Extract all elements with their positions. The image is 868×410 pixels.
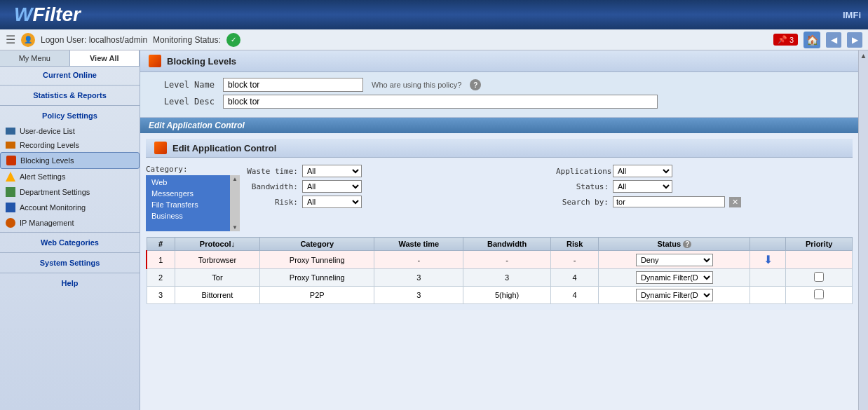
bandwidth-select[interactable]: All bbox=[302, 180, 362, 193]
level-desc-input[interactable] bbox=[223, 95, 658, 109]
row-priority-cell bbox=[786, 287, 853, 304]
category-scrollbar[interactable]: ▲ ▼ bbox=[230, 175, 240, 231]
applications-filter: Applications: All bbox=[556, 165, 853, 177]
row-protocol: Bittorrent bbox=[175, 287, 259, 304]
row-move-cell bbox=[750, 269, 786, 287]
sidebar-item-department[interactable]: Department Settings bbox=[0, 184, 140, 200]
risk-label: Risk: bbox=[245, 198, 298, 207]
sidebar-item-recording[interactable]: Recording Levels bbox=[0, 138, 140, 152]
logon-user-text: Logon User: localhost/admin bbox=[41, 35, 147, 45]
sidebar-section-web[interactable]: Web Categories bbox=[0, 234, 140, 251]
sidebar-item-label: Recording Levels bbox=[20, 141, 79, 149]
clear-search-button[interactable]: ✕ bbox=[729, 197, 741, 207]
row-status-select[interactable]: Dynamic Filter(D Deny Allow bbox=[636, 289, 713, 301]
back-button[interactable]: ◀ bbox=[826, 32, 841, 48]
recording-icon bbox=[6, 142, 15, 149]
sidebar-tabs: My Menu View All bbox=[0, 50, 140, 67]
level-desc-label: Level Desc bbox=[151, 97, 215, 107]
waste-time-select[interactable]: All bbox=[302, 165, 362, 177]
eac-panel-title: Edit Application Control bbox=[172, 143, 276, 153]
row-protocol: Tor bbox=[175, 269, 259, 287]
category-listbox[interactable]: Web Messengers File Transfers Business bbox=[146, 175, 230, 231]
sidebar: My Menu View All Current Online Statisti… bbox=[0, 50, 140, 410]
priority-checkbox[interactable] bbox=[814, 272, 824, 282]
forward-button[interactable]: ▶ bbox=[847, 32, 862, 48]
form-section: Level Name Who are using this policy? ? … bbox=[140, 72, 858, 118]
right-panel: ▲ bbox=[858, 50, 868, 410]
blocking-icon bbox=[6, 156, 16, 165]
row-protocol: Torbrowser bbox=[175, 251, 259, 269]
row-waste-time: - bbox=[374, 251, 463, 269]
header-right: IMFi bbox=[843, 10, 861, 20]
level-name-input[interactable] bbox=[223, 78, 363, 92]
eac-panel-header: Edit Application Control bbox=[146, 139, 853, 158]
sidebar-item-user-device[interactable]: User-device List bbox=[0, 124, 140, 138]
col-num: # bbox=[147, 238, 175, 251]
risk-select[interactable]: All bbox=[302, 196, 362, 208]
sidebar-item-label: Blocking Levels bbox=[20, 156, 74, 165]
status-label: Status: bbox=[556, 182, 609, 191]
content-area: Blocking Levels Level Name Who are using… bbox=[140, 50, 858, 410]
row-risk: 4 bbox=[550, 287, 598, 304]
sidebar-section-statistics[interactable]: Statistics & Reports bbox=[0, 87, 140, 104]
tab-viewall[interactable]: View All bbox=[70, 50, 140, 66]
row-priority-cell bbox=[786, 251, 853, 269]
applications-label: Applications: bbox=[556, 167, 609, 176]
category-item-business[interactable]: Business bbox=[147, 210, 229, 221]
move-down-button[interactable]: ⬇ bbox=[764, 253, 773, 266]
priority-checkbox[interactable] bbox=[814, 289, 824, 299]
app-header: WFilter IMFi bbox=[0, 0, 868, 29]
category-item-filetransfers[interactable]: File Transfers bbox=[147, 199, 229, 210]
logo: WFilter bbox=[14, 4, 81, 26]
sidebar-item-label: IP Management bbox=[20, 219, 74, 227]
category-section: Category: Web Messengers File Transfers … bbox=[146, 165, 240, 231]
row-status-select[interactable]: Deny Allow Dynamic Filter(D bbox=[636, 254, 713, 266]
filters-grid: Waste time: All Applications: All Bandwi… bbox=[245, 165, 853, 231]
search-by-input[interactable] bbox=[613, 196, 725, 207]
sidebar-section-policy[interactable]: Policy Settings bbox=[0, 107, 140, 124]
row-risk: - bbox=[550, 251, 598, 269]
row-status-select[interactable]: Dynamic Filter(D Deny Allow bbox=[636, 271, 713, 284]
waste-time-label: Waste time: bbox=[245, 167, 298, 176]
tab-mymenu[interactable]: My Menu bbox=[0, 50, 70, 66]
table-row: 2 Tor Proxy Tunneling 3 3 4 Dynamic Filt… bbox=[147, 269, 853, 287]
hamburger-icon[interactable]: ☰ bbox=[6, 33, 15, 46]
row-risk: 4 bbox=[550, 269, 598, 287]
eac-panel-icon bbox=[154, 142, 167, 154]
category-item-web[interactable]: Web bbox=[147, 177, 229, 188]
scroll-up-icon[interactable]: ▲ bbox=[860, 52, 867, 60]
home-button[interactable]: 🏠 bbox=[803, 32, 820, 48]
row-move-cell: ⬇ bbox=[750, 251, 786, 269]
sidebar-item-blocking[interactable]: Blocking Levels bbox=[0, 152, 140, 169]
notification-button[interactable]: 📌 3 bbox=[773, 34, 798, 46]
status-select[interactable]: All bbox=[613, 180, 672, 193]
row-category: P2P bbox=[260, 287, 374, 304]
row-status-cell: Deny Allow Dynamic Filter(D bbox=[599, 251, 750, 269]
who-using-label: Who are using this policy? bbox=[372, 81, 461, 89]
sidebar-section-current-online[interactable]: Current Online bbox=[0, 67, 140, 83]
table-row: 1 Torbrowser Proxy Tunneling - - - Deny … bbox=[147, 251, 853, 269]
row-category: Proxy Tunneling bbox=[260, 251, 374, 269]
sidebar-section-help[interactable]: Help bbox=[0, 275, 140, 292]
user-avatar-icon: 👤 bbox=[21, 33, 35, 47]
sidebar-item-alert[interactable]: Alert Settings bbox=[0, 169, 140, 184]
status-ok-icon: ✓ bbox=[226, 33, 240, 47]
sidebar-section-system[interactable]: System Settings bbox=[0, 254, 140, 271]
edit-ac-header: Edit Application Control bbox=[140, 118, 858, 133]
sidebar-item-label: Department Settings bbox=[20, 188, 90, 196]
status-filter: Status: All bbox=[556, 180, 853, 193]
col-protocol[interactable]: Protocol↓ bbox=[175, 238, 259, 251]
risk-filter: Risk: All bbox=[245, 196, 542, 208]
main-layout: My Menu View All Current Online Statisti… bbox=[0, 50, 868, 410]
col-bandwidth: Bandwidth bbox=[463, 238, 551, 251]
notification-count: 3 bbox=[789, 36, 794, 44]
controls-area: Category: Web Messengers File Transfers … bbox=[146, 162, 853, 234]
status-help-icon[interactable]: ? bbox=[683, 240, 691, 248]
row-bandwidth: 3 bbox=[463, 269, 551, 287]
category-item-messengers[interactable]: Messengers bbox=[147, 188, 229, 199]
sidebar-item-label: Account Monitoring bbox=[20, 203, 86, 212]
sidebar-item-ip[interactable]: IP Management bbox=[0, 215, 140, 231]
row-bandwidth: - bbox=[463, 251, 551, 269]
sidebar-item-account[interactable]: Account Monitoring bbox=[0, 200, 140, 215]
applications-select[interactable]: All bbox=[613, 165, 672, 177]
